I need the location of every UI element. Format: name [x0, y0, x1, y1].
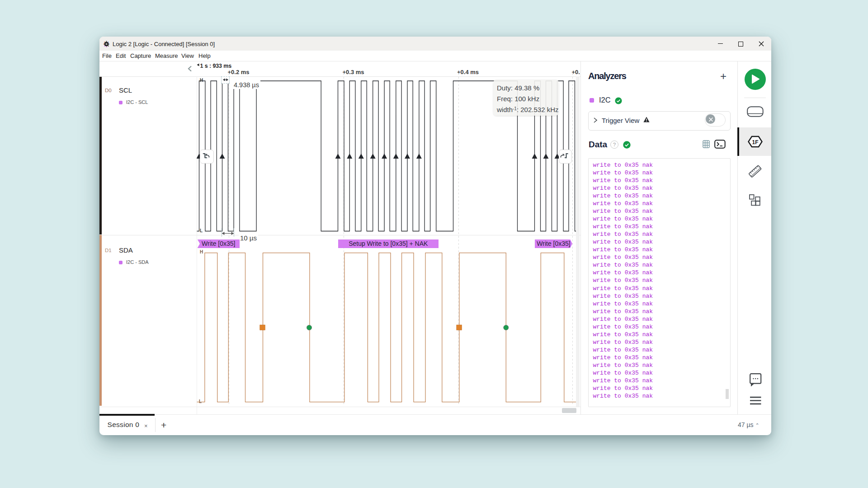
- svg-text:1F: 1F: [752, 139, 758, 145]
